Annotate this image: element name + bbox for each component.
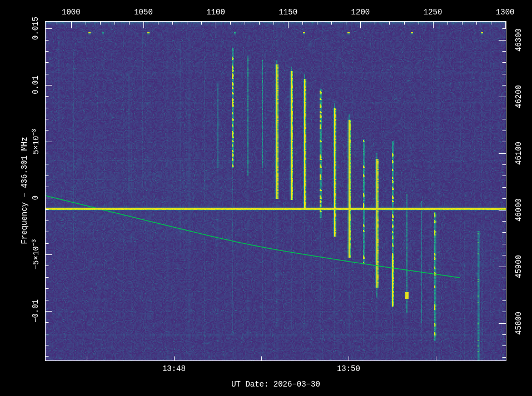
top-axis-tick-label: 1200: [351, 8, 370, 16]
right-axis-tick-label: 46300: [515, 28, 523, 52]
top-axis-tick-label: 1300: [496, 8, 515, 16]
x-axis-title: UT Date: 2026−03−30: [231, 380, 320, 388]
top-axis-tick-label: 1250: [424, 8, 442, 16]
spectrogram-window: 10001050110011501200125013000.0150.015×1…: [0, 0, 532, 396]
top-axis-tick-label: 1150: [279, 8, 297, 16]
y-axis-title: Frequency − 436.301 MHz: [21, 137, 28, 244]
right-axis-tick-label: 46100: [515, 142, 523, 165]
left-axis-tick-label: 0.01: [32, 76, 39, 94]
left-axis-tick-label: −0.01: [32, 299, 39, 323]
left-axis-tick-label: −5×10−3: [31, 239, 41, 270]
right-axis-tick-label: 45800: [515, 312, 523, 335]
spectrogram-canvas: [0, 0, 532, 396]
left-axis-tick-label: 0.015: [32, 17, 39, 40]
right-axis-tick-label: 46000: [515, 198, 523, 222]
left-axis-tick-label: 5×10−3: [31, 129, 41, 154]
top-axis-tick-label: 1100: [206, 8, 225, 16]
bottom-axis-tick-label: 13:50: [337, 365, 360, 373]
bottom-axis-tick-label: 13:48: [162, 365, 186, 373]
top-axis-tick-label: 1050: [134, 8, 153, 16]
right-axis-tick-label: 46200: [515, 85, 523, 108]
right-axis-tick-label: 45900: [515, 255, 523, 278]
left-axis-tick-label: 0: [32, 196, 39, 200]
top-axis-tick-label: 1000: [62, 8, 81, 16]
